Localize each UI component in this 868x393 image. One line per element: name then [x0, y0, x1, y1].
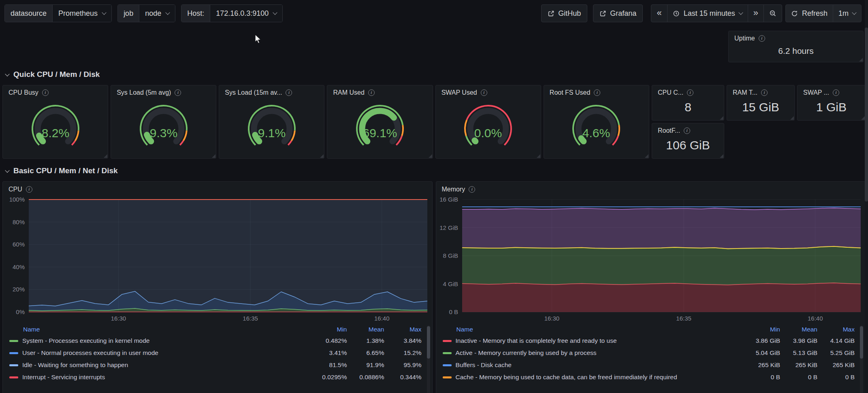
- panel-resize-handle[interactable]: [104, 154, 107, 158]
- variable-datasource: datasource Prometheus: [4, 4, 112, 22]
- legend-scrollbar[interactable]: [427, 325, 430, 393]
- panel-resize-handle[interactable]: [720, 154, 723, 158]
- panel-resize-handle[interactable]: [859, 58, 863, 62]
- time-range-picker[interactable]: Last 15 minutes: [667, 5, 748, 22]
- legend-value-min: 3.41%: [310, 349, 347, 357]
- y-axis-label: 16 GiB: [439, 196, 458, 203]
- stat-panel-rootfs-total: RootF...i106 GiB: [652, 123, 724, 159]
- legend-series-name[interactable]: Interrupt - Servicing interrupts: [3, 374, 310, 381]
- refresh-interval-picker[interactable]: 1m: [833, 5, 861, 22]
- memory-chart[interactable]: 0 B4 GiB8 GiB12 GiB16 GiB16:3016:3516:40: [436, 194, 866, 324]
- legend-series-name[interactable]: Inactive - Memory that is completely fre…: [436, 337, 743, 344]
- gauge-wrap: 8.2%: [3, 95, 108, 158]
- uptime-panel: Uptime i 6.2 hours: [728, 31, 864, 62]
- gauge-wrap: 0.0%: [436, 95, 541, 158]
- panel-title-text[interactable]: CPU: [9, 186, 22, 193]
- page-scrollbar-thumb[interactable]: [865, 28, 868, 202]
- panel-resize-handle[interactable]: [861, 116, 865, 120]
- github-link-button[interactable]: GitHub: [541, 4, 587, 22]
- page-scrollbar[interactable]: [865, 0, 868, 393]
- legend-value-min: 81.5%: [310, 361, 347, 369]
- time-picker-group: « Last 15 minutes »: [651, 4, 782, 22]
- legend-column-mean[interactable]: Mean: [780, 326, 817, 333]
- legend-column-min[interactable]: Min: [743, 326, 780, 333]
- y-axis-label: 40%: [13, 263, 25, 270]
- stat-panel-cpu-cores: CPU C...i8: [652, 85, 724, 121]
- legend-column-min[interactable]: Min: [310, 326, 347, 333]
- refresh-button[interactable]: Refresh: [786, 5, 833, 22]
- y-axis-label: 12 GiB: [439, 224, 458, 231]
- info-icon[interactable]: i: [833, 89, 839, 96]
- refresh-group: Refresh 1m: [785, 4, 862, 22]
- panel-title-text[interactable]: RAM T...: [733, 89, 757, 96]
- stat-value: 8: [652, 96, 724, 120]
- info-icon[interactable]: i: [684, 127, 690, 134]
- legend-series-name[interactable]: Buffers - Disk cache: [436, 361, 743, 369]
- y-axis-label: 100%: [9, 196, 25, 203]
- legend-scrollbar[interactable]: [860, 325, 863, 393]
- variable-datasource-picker[interactable]: Prometheus: [53, 5, 111, 22]
- cpu-chart[interactable]: 0%20%40%60%80%100%16:3016:3516:40: [3, 194, 432, 324]
- section-basic-cpu-mem-net-disk[interactable]: Basic CPU / Mem / Net / Disk: [0, 159, 868, 181]
- panel-resize-handle[interactable]: [537, 154, 540, 158]
- x-axis-label: 16:30: [544, 315, 559, 322]
- info-icon[interactable]: i: [687, 89, 693, 96]
- gauge-wrap: 69.1%: [327, 95, 432, 158]
- legend-value-max: 265 KiB: [817, 361, 855, 369]
- legend-series-name[interactable]: User - Normal processes executing in use…: [3, 349, 310, 357]
- variable-job-picker[interactable]: node: [139, 5, 175, 22]
- legend-column-max[interactable]: Max: [817, 326, 855, 333]
- panel-resize-handle[interactable]: [790, 116, 794, 120]
- zoom-out-button[interactable]: [763, 5, 782, 22]
- x-axis-label: 16:30: [111, 315, 126, 322]
- chevrons-right-icon: »: [753, 8, 758, 17]
- stat-panel-ram-total: RAM T...i15 GiB: [727, 85, 795, 121]
- legend-series-name[interactable]: System - Processes executing in kernel m…: [3, 337, 310, 344]
- gauge-value: 9.1%: [258, 126, 286, 140]
- panel-resize-handle[interactable]: [429, 154, 432, 158]
- y-axis-label: 20%: [13, 286, 25, 293]
- legend-series-label: Interrupt - Servicing interrupts: [22, 374, 105, 381]
- legend-series-name[interactable]: Cache - Memory being used to cache data,…: [436, 374, 743, 381]
- info-icon[interactable]: i: [761, 89, 768, 96]
- gauge-panel-sys-load-15m: Sys Load (15m av...i9.1%: [219, 85, 324, 159]
- memory-chart-svg[interactable]: 0 B4 GiB8 GiB12 GiB16 GiB16:3016:3516:40: [436, 194, 866, 324]
- panel-resize-handle[interactable]: [320, 154, 324, 158]
- legend-scrollbar-thumb[interactable]: [427, 326, 430, 359]
- legend-column-mean[interactable]: Mean: [347, 326, 384, 333]
- gauge-panel-ram-used: RAM Usedi69.1%: [327, 85, 433, 159]
- panel-title-text[interactable]: Uptime: [734, 35, 755, 42]
- gauge-panel-root-fs-used: Root FS Usedi4.6%: [544, 85, 649, 159]
- panel-title-text[interactable]: SWAP ...: [803, 89, 829, 96]
- variable-host-value: 172.16.0.3:9100: [216, 9, 269, 18]
- grafana-link-button[interactable]: Grafana: [593, 4, 643, 22]
- cpu-chart-svg[interactable]: 0%20%40%60%80%100%16:3016:3516:40: [3, 194, 432, 324]
- panel-title-text[interactable]: CPU C...: [658, 89, 683, 96]
- legend-series-name[interactable]: Idle - Waiting for something to happen: [3, 361, 310, 369]
- legend-column-name[interactable]: Name: [436, 326, 743, 333]
- panel-resize-handle[interactable]: [212, 154, 215, 158]
- time-shift-left-button[interactable]: «: [651, 5, 667, 22]
- legend-series-name[interactable]: Active - Memory currently being used by …: [436, 349, 743, 357]
- panel-resize-handle[interactable]: [720, 116, 723, 120]
- legend-scrollbar-thumb[interactable]: [860, 326, 863, 359]
- section-quick-cpu-mem-disk[interactable]: Quick CPU / Mem / Disk: [0, 62, 868, 85]
- panel-title-text[interactable]: RootF...: [658, 127, 680, 134]
- legend-value-max: 4.14 GiB: [817, 337, 855, 344]
- info-icon[interactable]: i: [759, 35, 765, 42]
- memory-panel: Memory i 0 B4 GiB8 GiB12 GiB16 GiB16:301…: [436, 181, 866, 393]
- legend-column-max[interactable]: Max: [384, 326, 422, 333]
- legend-series-label: Idle - Waiting for something to happen: [22, 361, 128, 369]
- variable-host-picker[interactable]: 172.16.0.3:9100: [210, 5, 282, 22]
- gauge: 9.1%: [241, 102, 302, 151]
- panel-title-text[interactable]: Memory: [442, 186, 465, 193]
- zoom-out-icon: [769, 10, 776, 17]
- time-shift-right-button[interactable]: »: [748, 5, 763, 22]
- info-icon[interactable]: i: [26, 186, 32, 193]
- panel-resize-handle[interactable]: [645, 154, 648, 158]
- legend-column-name[interactable]: Name: [3, 326, 310, 333]
- stat-value: 1 GiB: [798, 96, 865, 120]
- chevron-down-icon: [102, 10, 106, 15]
- info-icon[interactable]: i: [469, 186, 475, 193]
- gauge-panel-swap-used: SWAP Usedi0.0%: [435, 85, 541, 159]
